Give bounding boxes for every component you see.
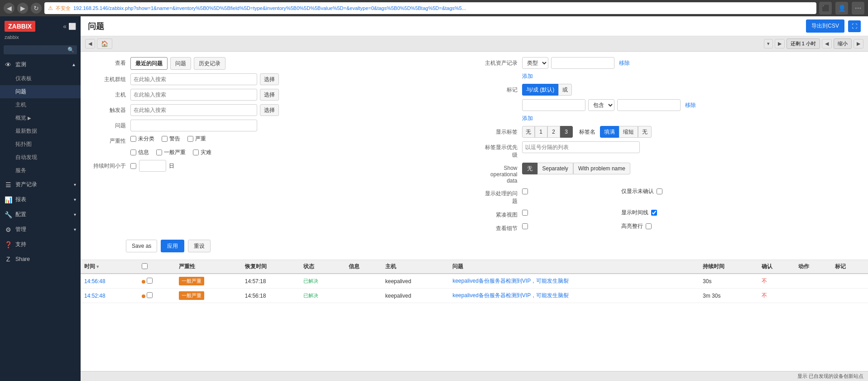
show-tags-2-btn[interactable]: 2 [547, 126, 560, 138]
select-all-cb[interactable] [142, 263, 148, 269]
sidebar-item-monitor[interactable]: 👁 监测 ▲ [0, 57, 81, 72]
row1-problem-link[interactable]: keepalived备份服务器检测到VIP，可能发生脑裂 [452, 278, 569, 284]
time-sort-icon[interactable]: ▾ [96, 264, 99, 269]
sidebar-item-admin[interactable]: ⚙ 管理 ▾ [0, 222, 81, 237]
hostgroup-select-btn[interactable]: 选择 [260, 73, 279, 85]
severity-warning-cb[interactable] [162, 136, 168, 142]
tag-full-btn[interactable]: 填满 [600, 126, 619, 138]
sidebar-item-latest[interactable]: 最新数据 [0, 125, 81, 138]
time-forward-btn[interactable]: ▶ [775, 39, 785, 48]
time-down-btn[interactable]: ▾ [764, 39, 773, 48]
show-tags-3-btn[interactable]: 3 [560, 126, 573, 138]
trigger-select-btn[interactable]: 选择 [260, 104, 279, 116]
sidebar-search-input[interactable] [4, 45, 77, 54]
export-csv-button[interactable]: 导出到CSV [806, 19, 844, 33]
row1-time-link[interactable]: 14:56:48 [84, 278, 106, 285]
fullscreen-button[interactable]: ⛶ [848, 20, 861, 32]
nav-home-btn[interactable]: 🏠 [97, 39, 112, 49]
sidebar-item-assets[interactable]: ☰ 资产记录 ▾ [0, 177, 81, 192]
severity-high-cb[interactable] [187, 136, 193, 142]
severity-high[interactable]: 严重 [187, 135, 206, 143]
profile-btn[interactable]: 👤 [835, 2, 848, 14]
hostgroup-input[interactable] [130, 73, 257, 85]
sidebar-item-overview[interactable]: 概览 ▶ [0, 111, 81, 125]
row1-cb[interactable] [147, 278, 153, 284]
tag-operator-select[interactable]: 包含 [588, 99, 614, 111]
tab-recent-btn[interactable]: 最近的问题 [130, 57, 168, 70]
browser-forward-btn[interactable]: ▶ [17, 3, 28, 14]
tab-history-btn[interactable]: 历史记录 [194, 57, 225, 70]
trigger-input[interactable] [130, 104, 257, 116]
severity-disaster[interactable]: 灾难 [193, 149, 211, 156]
time-next-btn[interactable]: ▶ [854, 39, 863, 48]
sidebar-collapse-btn[interactable]: « [63, 23, 67, 30]
row2-cb[interactable] [147, 292, 153, 298]
sidebar-item-hosts[interactable]: 主机 [0, 98, 81, 111]
host-input[interactable] [130, 89, 257, 101]
row2-problem-link[interactable]: keepalived备份服务器检测到VIP，可能发生脑裂 [452, 292, 569, 299]
compact-cb[interactable] [522, 210, 528, 216]
time-label-btn[interactable]: 还剩 1 小时 [786, 39, 820, 49]
tag-add-link[interactable]: 添加 [522, 115, 533, 122]
tag-short-btn[interactable]: 缩短 [619, 126, 638, 138]
severity-unclassified-cb[interactable] [130, 136, 136, 142]
show-unack-cb[interactable] [657, 188, 662, 194]
show-tags-none-btn[interactable]: 无 [522, 126, 535, 138]
extensions-btn[interactable]: ⬛ [819, 2, 832, 14]
inventory-remove-link[interactable]: 移除 [619, 59, 630, 67]
more-btn[interactable]: ⋯ [852, 2, 864, 14]
show-handled-cb[interactable] [522, 188, 528, 194]
problem-input[interactable] [130, 120, 257, 131]
details-cb[interactable] [522, 223, 528, 229]
tag-value-input[interactable]: 值 [617, 99, 681, 111]
sidebar-item-problems[interactable]: 问题 [0, 85, 81, 98]
highlight-cb[interactable] [646, 223, 652, 229]
sidebar-search-icon[interactable]: 🔍 [67, 47, 74, 53]
browser-reload-btn[interactable]: ↻ [31, 3, 42, 14]
row2-time-link[interactable]: 14:52:48 [84, 293, 106, 299]
browser-back-btn[interactable]: ◀ [4, 3, 14, 14]
op-none-btn[interactable]: 无 [522, 163, 537, 174]
sidebar-item-support[interactable]: ❓ 支持 [0, 237, 81, 252]
tag-priority-input[interactable] [522, 141, 640, 153]
save-as-button[interactable]: Save as [126, 240, 157, 252]
inventory-value-input[interactable] [551, 57, 614, 69]
sidebar-item-reports[interactable]: 📊 报表 ▾ [0, 192, 81, 207]
apply-button[interactable]: 应用 [161, 240, 184, 252]
op-separately-btn[interactable]: Separately [537, 163, 573, 174]
severity-avg[interactable]: 一般严重 [156, 149, 186, 156]
show-tags-1-btn[interactable]: 1 [535, 126, 547, 138]
inventory-select[interactable]: 类型 [522, 57, 548, 69]
severity-info[interactable]: 信息 [130, 149, 149, 156]
tag-or-btn[interactable]: 或 [558, 84, 572, 96]
zoom-label-btn[interactable]: 缩小 [834, 39, 852, 49]
duration-input[interactable]: 14 [139, 160, 166, 172]
time-prev-btn[interactable]: ◀ [822, 39, 832, 48]
inventory-add-link[interactable]: 添加 [522, 72, 533, 80]
show-timeline-cb[interactable] [651, 210, 657, 216]
nav-back-btn[interactable]: ◀ [85, 39, 95, 48]
tag-remove-link[interactable]: 移除 [685, 101, 696, 109]
tag-none-label-btn[interactable]: 无 [638, 126, 652, 138]
severity-avg-cb[interactable] [156, 150, 162, 155]
op-with-problem-btn[interactable]: With problem name [573, 163, 630, 174]
sidebar-item-dashboard[interactable]: 仪表板 [0, 72, 81, 85]
sidebar-item-config[interactable]: 🔧 配置 ▾ [0, 207, 81, 222]
sidebar-item-services[interactable]: 服务 [0, 164, 81, 177]
severity-disaster-cb[interactable] [193, 150, 199, 155]
sidebar-window-btn[interactable]: ⬜ [68, 23, 76, 30]
sidebar-item-share[interactable]: Z Share [0, 252, 81, 266]
row1-actions [795, 274, 831, 289]
reset-button[interactable]: 重设 [188, 240, 211, 252]
row2-severity-badge: 一般严重 [179, 291, 204, 300]
sidebar-item-discovery[interactable]: 自动发现 [0, 151, 81, 164]
severity-info-cb[interactable] [130, 150, 136, 155]
severity-warning[interactable]: 警告 [162, 135, 180, 143]
duration-enable-cb[interactable] [130, 163, 136, 169]
tag-and-btn[interactable]: 与/成 (默认) [522, 84, 559, 96]
host-select-btn[interactable]: 选择 [260, 89, 279, 101]
severity-unclassified[interactable]: 未分类 [130, 135, 154, 143]
sidebar-item-maps[interactable]: 拓扑图 [0, 138, 81, 151]
tag-name-input[interactable]: 标记 [522, 99, 585, 111]
tab-problems-btn[interactable]: 问题 [170, 57, 191, 70]
